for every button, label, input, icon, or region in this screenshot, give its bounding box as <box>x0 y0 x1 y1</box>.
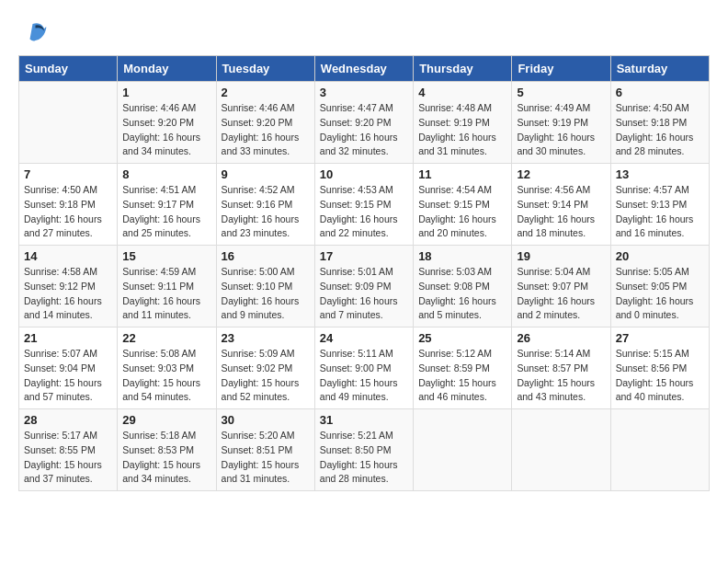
day-info: Sunrise: 5:01 AM Sunset: 9:09 PM Dayligh… <box>320 265 408 323</box>
week-row-3: 14Sunrise: 4:58 AM Sunset: 9:12 PM Dayli… <box>19 246 710 327</box>
day-number: 18 <box>418 249 506 263</box>
calendar-cell: 6Sunrise: 4:50 AM Sunset: 9:18 PM Daylig… <box>610 82 709 164</box>
day-info: Sunrise: 4:47 AM Sunset: 9:20 PM Dayligh… <box>320 101 408 159</box>
day-number: 27 <box>616 331 704 345</box>
calendar-table: SundayMondayTuesdayWednesdayThursdayFrid… <box>18 55 710 491</box>
day-info: Sunrise: 5:18 AM Sunset: 8:53 PM Dayligh… <box>122 429 210 487</box>
day-info: Sunrise: 5:17 AM Sunset: 8:55 PM Dayligh… <box>24 429 112 487</box>
day-number: 30 <box>222 413 310 427</box>
day-number: 3 <box>320 86 408 99</box>
calendar-cell <box>512 409 610 491</box>
day-number: 21 <box>24 331 112 345</box>
calendar-cell: 1Sunrise: 4:46 AM Sunset: 9:20 PM Daylig… <box>118 82 216 164</box>
day-number: 24 <box>320 331 408 345</box>
day-info: Sunrise: 5:21 AM Sunset: 8:50 PM Dayligh… <box>320 429 408 487</box>
calendar-cell <box>19 82 118 164</box>
header-row: SundayMondayTuesdayWednesdayThursdayFrid… <box>19 56 710 82</box>
calendar-cell: 24Sunrise: 5:11 AM Sunset: 9:00 PM Dayli… <box>314 327 413 409</box>
day-info: Sunrise: 4:48 AM Sunset: 9:19 PM Dayligh… <box>418 101 506 159</box>
day-info: Sunrise: 4:58 AM Sunset: 9:12 PM Dayligh… <box>24 265 112 323</box>
day-info: Sunrise: 4:46 AM Sunset: 9:20 PM Dayligh… <box>222 101 310 159</box>
day-number: 23 <box>222 331 310 345</box>
calendar-cell: 4Sunrise: 4:48 AM Sunset: 9:19 PM Daylig… <box>414 82 512 164</box>
day-number: 12 <box>517 167 605 181</box>
day-number: 22 <box>122 331 210 345</box>
calendar-cell: 22Sunrise: 5:08 AM Sunset: 9:03 PM Dayli… <box>118 327 216 409</box>
calendar-cell: 10Sunrise: 4:53 AM Sunset: 9:15 PM Dayli… <box>314 164 413 246</box>
day-number: 25 <box>418 331 506 345</box>
day-info: Sunrise: 4:53 AM Sunset: 9:15 PM Dayligh… <box>320 183 408 241</box>
day-number: 13 <box>616 167 704 181</box>
calendar-cell: 25Sunrise: 5:12 AM Sunset: 8:59 PM Dayli… <box>414 327 512 409</box>
day-number: 14 <box>24 249 112 263</box>
day-number: 29 <box>122 413 210 427</box>
column-header-tuesday: Tuesday <box>216 56 314 82</box>
calendar-cell: 30Sunrise: 5:20 AM Sunset: 8:51 PM Dayli… <box>216 409 314 491</box>
day-info: Sunrise: 4:50 AM Sunset: 9:18 PM Dayligh… <box>24 183 112 241</box>
calendar-cell: 3Sunrise: 4:47 AM Sunset: 9:20 PM Daylig… <box>314 82 413 164</box>
day-info: Sunrise: 5:15 AM Sunset: 8:56 PM Dayligh… <box>616 347 704 405</box>
calendar-cell: 20Sunrise: 5:05 AM Sunset: 9:05 PM Dayli… <box>610 246 709 327</box>
day-number: 16 <box>222 249 310 263</box>
day-info: Sunrise: 4:56 AM Sunset: 9:14 PM Dayligh… <box>517 183 605 241</box>
day-info: Sunrise: 5:00 AM Sunset: 9:10 PM Dayligh… <box>222 265 310 323</box>
day-number: 20 <box>616 249 704 263</box>
calendar-cell: 5Sunrise: 4:49 AM Sunset: 9:19 PM Daylig… <box>512 82 610 164</box>
calendar-cell: 28Sunrise: 5:17 AM Sunset: 8:55 PM Dayli… <box>19 409 118 491</box>
calendar-cell: 13Sunrise: 4:57 AM Sunset: 9:13 PM Dayli… <box>610 164 709 246</box>
calendar-cell: 26Sunrise: 5:14 AM Sunset: 8:57 PM Dayli… <box>512 327 610 409</box>
day-number: 17 <box>320 249 408 263</box>
column-header-monday: Monday <box>118 56 216 82</box>
logo <box>18 18 48 46</box>
day-info: Sunrise: 4:49 AM Sunset: 9:19 PM Dayligh… <box>517 101 605 159</box>
day-info: Sunrise: 4:54 AM Sunset: 9:15 PM Dayligh… <box>418 183 506 241</box>
calendar-cell: 23Sunrise: 5:09 AM Sunset: 9:02 PM Dayli… <box>216 327 314 409</box>
day-number: 1 <box>122 86 210 99</box>
day-info: Sunrise: 5:20 AM Sunset: 8:51 PM Dayligh… <box>222 429 310 487</box>
day-info: Sunrise: 5:04 AM Sunset: 9:07 PM Dayligh… <box>517 265 605 323</box>
day-info: Sunrise: 4:59 AM Sunset: 9:11 PM Dayligh… <box>122 265 210 323</box>
week-row-5: 28Sunrise: 5:17 AM Sunset: 8:55 PM Dayli… <box>19 409 710 491</box>
calendar-cell: 17Sunrise: 5:01 AM Sunset: 9:09 PM Dayli… <box>314 246 413 327</box>
day-number: 9 <box>222 167 310 181</box>
calendar-cell: 21Sunrise: 5:07 AM Sunset: 9:04 PM Dayli… <box>19 327 118 409</box>
calendar-cell: 16Sunrise: 5:00 AM Sunset: 9:10 PM Dayli… <box>216 246 314 327</box>
day-number: 19 <box>517 249 605 263</box>
day-info: Sunrise: 5:09 AM Sunset: 9:02 PM Dayligh… <box>222 347 310 405</box>
day-info: Sunrise: 5:07 AM Sunset: 9:04 PM Dayligh… <box>24 347 112 405</box>
column-header-saturday: Saturday <box>610 56 709 82</box>
column-header-friday: Friday <box>512 56 610 82</box>
calendar-cell: 15Sunrise: 4:59 AM Sunset: 9:11 PM Dayli… <box>118 246 216 327</box>
day-number: 26 <box>517 331 605 345</box>
day-info: Sunrise: 4:46 AM Sunset: 9:20 PM Dayligh… <box>122 101 210 159</box>
day-number: 7 <box>24 167 112 181</box>
column-header-wednesday: Wednesday <box>314 56 413 82</box>
day-number: 8 <box>122 167 210 181</box>
day-number: 2 <box>222 86 310 99</box>
week-row-1: 1Sunrise: 4:46 AM Sunset: 9:20 PM Daylig… <box>19 82 710 164</box>
calendar-cell: 11Sunrise: 4:54 AM Sunset: 9:15 PM Dayli… <box>414 164 512 246</box>
day-number: 6 <box>616 86 704 99</box>
day-info: Sunrise: 5:08 AM Sunset: 9:03 PM Dayligh… <box>122 347 210 405</box>
day-info: Sunrise: 4:51 AM Sunset: 9:17 PM Dayligh… <box>122 183 210 241</box>
day-number: 5 <box>517 86 605 99</box>
calendar-cell: 7Sunrise: 4:50 AM Sunset: 9:18 PM Daylig… <box>19 164 118 246</box>
calendar-cell: 29Sunrise: 5:18 AM Sunset: 8:53 PM Dayli… <box>118 409 216 491</box>
calendar-cell: 9Sunrise: 4:52 AM Sunset: 9:16 PM Daylig… <box>216 164 314 246</box>
week-row-4: 21Sunrise: 5:07 AM Sunset: 9:04 PM Dayli… <box>19 327 710 409</box>
calendar-cell: 12Sunrise: 4:56 AM Sunset: 9:14 PM Dayli… <box>512 164 610 246</box>
day-number: 10 <box>320 167 408 181</box>
day-info: Sunrise: 5:12 AM Sunset: 8:59 PM Dayligh… <box>418 347 506 405</box>
column-header-sunday: Sunday <box>19 56 118 82</box>
calendar-cell: 8Sunrise: 4:51 AM Sunset: 9:17 PM Daylig… <box>118 164 216 246</box>
day-info: Sunrise: 5:11 AM Sunset: 9:00 PM Dayligh… <box>320 347 408 405</box>
day-info: Sunrise: 5:03 AM Sunset: 9:08 PM Dayligh… <box>418 265 506 323</box>
calendar-cell: 19Sunrise: 5:04 AM Sunset: 9:07 PM Dayli… <box>512 246 610 327</box>
day-info: Sunrise: 4:50 AM Sunset: 9:18 PM Dayligh… <box>616 101 704 159</box>
day-info: Sunrise: 4:57 AM Sunset: 9:13 PM Dayligh… <box>616 183 704 241</box>
day-number: 4 <box>418 86 506 99</box>
day-info: Sunrise: 4:52 AM Sunset: 9:16 PM Dayligh… <box>222 183 310 241</box>
calendar-cell: 18Sunrise: 5:03 AM Sunset: 9:08 PM Dayli… <box>414 246 512 327</box>
day-number: 15 <box>122 249 210 263</box>
calendar-cell: 2Sunrise: 4:46 AM Sunset: 9:20 PM Daylig… <box>216 82 314 164</box>
